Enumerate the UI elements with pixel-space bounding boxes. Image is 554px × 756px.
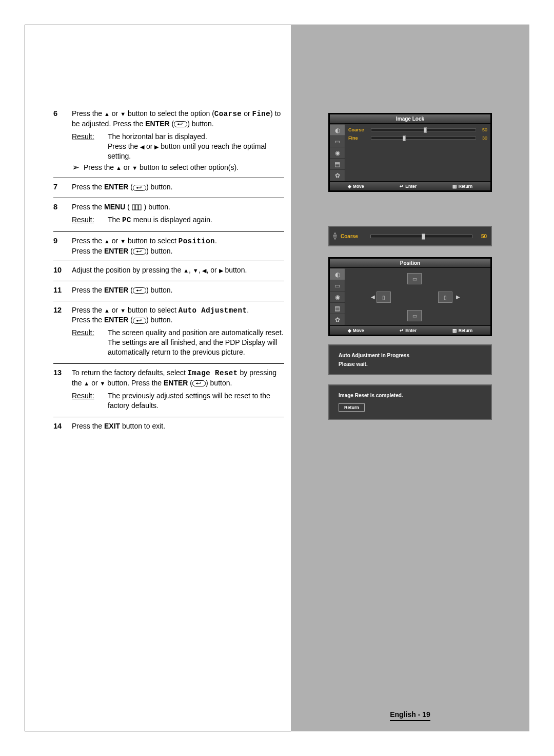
position-pad[interactable]: ▭ ▯ ▯ ▭ ◀ ▶ — [348, 270, 487, 321]
tab-pc-icon[interactable]: ▤ — [330, 159, 345, 170]
step-7: 7Press the ENTER () button. — [53, 178, 284, 198]
osd-slider-track[interactable] — [371, 128, 476, 131]
position-right-icon[interactable]: ▯ — [438, 292, 452, 303]
hint-return: ▥ Return — [452, 184, 472, 189]
osd-footer: ◆ Move ↵ Enter ▥ Return — [330, 325, 490, 335]
updown-arrows-icon: △▽ — [333, 232, 337, 240]
step-11: 11Press the ENTER () button. — [53, 281, 284, 301]
svg-rect-4 — [138, 205, 141, 210]
step-body: To return the factory defaults, select I… — [72, 368, 284, 412]
step-number: 6 — [53, 109, 72, 172]
result-line: Result:The previously adjusted settings … — [72, 391, 284, 411]
arrow-left-icon: ◀ — [371, 294, 375, 300]
osd-slider-track[interactable] — [371, 137, 476, 140]
step-number: 13 — [53, 368, 72, 412]
step-body: Press the ▲ or ▼ button to select Auto A… — [72, 305, 284, 358]
step-text: Press the ENTER () button. — [72, 182, 284, 192]
return-button[interactable]: Return — [339, 403, 365, 412]
step-text: Press the EXIT button to exit. — [72, 421, 284, 431]
position-down-icon[interactable]: ▭ — [407, 310, 422, 321]
step-text: Adjust the position by pressing the ▲, ▼… — [72, 265, 284, 275]
coarse-slider-popup: △▽ Coarse 50 — [328, 226, 492, 246]
tab-input-icon[interactable]: ▭ — [330, 280, 345, 292]
hint-enter: ↵ Enter — [400, 328, 417, 333]
osd-slider-row[interactable]: Coarse50 — [348, 126, 487, 134]
enter-icon — [133, 247, 146, 255]
step-body: Press the MENU ( ) button.Result:The PC … — [72, 202, 284, 226]
page-outline: 6Press the ▲ or ▼ button to select the o… — [25, 25, 529, 731]
osd-position: Position ◐ ▭ ◉ ▤ ✿ ▭ ▯ ▯ ▭ ◀ ▶ — [328, 257, 492, 336]
note-text: Press the ▲ or ▼ button to select other … — [84, 163, 239, 172]
position-up-icon[interactable]: ▭ — [407, 273, 422, 284]
result-text: The screen quality and position are auto… — [108, 328, 284, 357]
osd-content: Coarse50Fine30 — [345, 124, 490, 180]
step-body: Press the ▲ or ▼ button to select the op… — [72, 109, 284, 172]
slider-label: Coarse — [341, 234, 366, 239]
step-number: 11 — [53, 285, 72, 296]
step-number: 12 — [53, 305, 72, 358]
step-6: 6Press the ▲ or ▼ button to select the o… — [53, 105, 284, 178]
result-line: Result:The horizontal bar is displayed.P… — [72, 132, 284, 161]
tab-picture-icon[interactable]: ◐ — [330, 269, 345, 280]
hint-return: ▥ Return — [452, 328, 472, 333]
tab-setup-icon[interactable]: ✿ — [330, 170, 345, 181]
message-line1: Image Reset is completed. — [339, 393, 482, 398]
osd-title: Position — [330, 259, 490, 268]
message-line1: Auto Adjustment in Progress — [339, 353, 482, 358]
enter-icon — [133, 286, 146, 294]
hint-move: ◆ Move — [348, 328, 364, 333]
tab-timer-icon[interactable]: ◉ — [330, 147, 345, 159]
osd-image-lock: Image Lock ◐ ▭ ◉ ▤ ✿ Coarse50Fine30 ◆ Mo… — [328, 113, 492, 192]
step-number: 14 — [53, 421, 72, 432]
step-number: 7 — [53, 182, 72, 192]
tab-pc-icon[interactable]: ▤ — [330, 303, 345, 314]
step-text: Press the MENU ( ) button. — [72, 202, 284, 212]
menu-icon — [132, 203, 142, 211]
osd-title: Image Lock — [330, 114, 490, 124]
enter-icon — [192, 379, 206, 387]
osd-row-label: Fine — [348, 135, 369, 141]
step-number: 8 — [53, 202, 72, 226]
step-text: Press the ENTER () button. — [72, 285, 284, 295]
result-text: The horizontal bar is displayed.Press th… — [108, 132, 284, 161]
hint-move: ◆ Move — [348, 184, 364, 189]
step-number: 9 — [53, 236, 72, 256]
result-text: The previously adjusted settings will be… — [108, 391, 284, 411]
osd-row-value: 50 — [478, 127, 487, 132]
osd-row-value: 30 — [478, 135, 487, 141]
tab-input-icon[interactable]: ▭ — [330, 136, 345, 147]
tab-timer-icon[interactable]: ◉ — [330, 292, 345, 303]
osd-row-label: Coarse — [348, 127, 369, 132]
osd-footer: ◆ Move ↵ Enter ▥ Return — [330, 181, 490, 190]
position-left-icon[interactable]: ▯ — [377, 292, 391, 303]
result-text: The PC menu is displayed again. — [108, 215, 284, 225]
step-12: 12Press the ▲ or ▼ button to select Auto… — [53, 301, 284, 364]
osd-slider-row[interactable]: Fine30 — [348, 134, 487, 142]
osd-tabs: ◐ ▭ ◉ ▤ ✿ — [330, 124, 345, 181]
osd-slider-knob[interactable] — [424, 127, 427, 133]
step-text: To return the factory defaults, select I… — [72, 368, 284, 388]
slider-track[interactable] — [370, 235, 472, 238]
step-body: Adjust the position by pressing the ▲, ▼… — [72, 265, 284, 276]
enter-icon — [133, 183, 146, 191]
step-body: Press the ▲ or ▼ button to select Positi… — [72, 236, 284, 256]
osd-slider-knob[interactable] — [403, 135, 406, 141]
tab-picture-icon[interactable]: ◐ — [330, 125, 345, 136]
result-line: Result:The PC menu is displayed again. — [72, 215, 284, 225]
result-label: Result: — [72, 328, 108, 357]
tab-setup-icon[interactable]: ✿ — [330, 314, 345, 325]
result-label: Result: — [72, 215, 108, 225]
enter-icon — [174, 120, 187, 128]
step-text: Press the ▲ or ▼ button to select Positi… — [72, 236, 284, 256]
result-line: Result:The screen quality and position a… — [72, 328, 284, 357]
arrow-right-icon: ▶ — [456, 294, 460, 300]
enter-icon — [133, 316, 146, 324]
result-label: Result: — [72, 132, 108, 161]
page-footer: English - 19 — [291, 710, 529, 721]
sidebar-panel: Image Lock ◐ ▭ ◉ ▤ ✿ Coarse50Fine30 ◆ Mo… — [291, 25, 529, 731]
step-text: Press the ▲ or ▼ button to select the op… — [72, 109, 284, 129]
slider-value: 50 — [477, 234, 487, 239]
step-8: 8Press the MENU ( ) button.Result:The PC… — [53, 198, 284, 232]
slider-knob[interactable] — [422, 234, 425, 240]
step-9: 9Press the ▲ or ▼ button to select Posit… — [53, 232, 284, 262]
